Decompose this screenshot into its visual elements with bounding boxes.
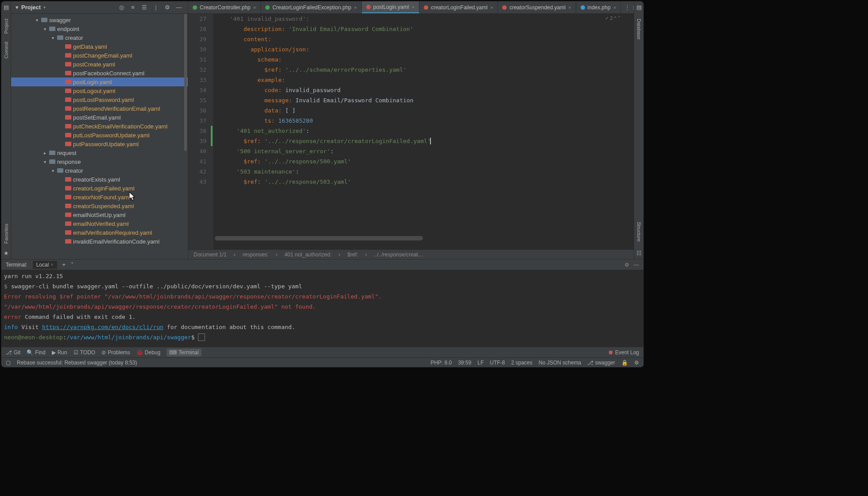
- editor-tab[interactable]: creatorSuspended.yaml×: [498, 1, 576, 13]
- tree-item[interactable]: emailVerificationRequired.yaml: [11, 228, 188, 237]
- bottom-tool-todo[interactable]: ☑TODO: [74, 349, 95, 356]
- tree-item[interactable]: ▾creator: [11, 166, 188, 175]
- bottom-tool-problems[interactable]: ⊘Problems: [101, 349, 130, 356]
- tree-item[interactable]: ▸request: [11, 148, 188, 157]
- editor-h-scrollbar[interactable]: [215, 236, 423, 240]
- close-icon[interactable]: ×: [411, 4, 414, 10]
- status-line-sep[interactable]: LF: [477, 360, 484, 366]
- tree-item[interactable]: putLostPasswordUpdate.yaml: [11, 131, 188, 140]
- bottom-tool-debug[interactable]: 🐞Debug: [136, 349, 160, 356]
- tool-label: Terminal: [178, 349, 198, 356]
- tree-item[interactable]: postChangeEmail.yaml: [11, 51, 188, 60]
- terminal-tab-local[interactable]: Local ×: [33, 261, 57, 269]
- database-tool[interactable]: Database: [636, 19, 642, 39]
- editor-code[interactable]: '401 invalid_password': description: 'In…: [213, 14, 634, 249]
- bottom-tool-run[interactable]: ▶Run: [52, 349, 67, 356]
- status-encoding[interactable]: UTF-8: [490, 360, 505, 366]
- tree-item[interactable]: creatorExists.yaml: [11, 175, 188, 184]
- tree-item[interactable]: creatorSuspended.yaml: [11, 202, 188, 210]
- commit-tool[interactable]: Commit: [4, 42, 9, 58]
- terminal-hide-icon[interactable]: —: [634, 262, 639, 268]
- project-menu[interactable]: ▾: [16, 4, 19, 11]
- tree-item[interactable]: emailNotVerified.yaml: [11, 219, 188, 228]
- terminal-settings-icon[interactable]: ⚙: [624, 262, 629, 268]
- tree-item[interactable]: postCreate.yaml: [11, 60, 188, 69]
- tool-label: Find: [35, 349, 45, 356]
- tab-label: creatorLoginFailed.yaml: [431, 4, 488, 11]
- tree-item[interactable]: postLostPassword.yaml: [11, 95, 188, 104]
- tab-list-icon[interactable]: ⋮: [624, 4, 630, 11]
- status-message: Rebase successful: Rebased swagger (toda…: [17, 360, 137, 366]
- tree-item-label: swagger: [49, 17, 71, 23]
- status-gear-icon[interactable]: ⚙: [634, 360, 639, 366]
- tree-item[interactable]: putPasswordUpdate.yaml: [11, 140, 188, 148]
- tree-item[interactable]: postSetEmail.yaml: [11, 113, 188, 122]
- folder-icon[interactable]: ▤: [4, 4, 9, 11]
- editor-tab[interactable]: creatorLoginFailed.yaml×: [419, 1, 498, 13]
- collapse-all-icon[interactable]: ☰: [140, 4, 149, 11]
- expand-all-icon[interactable]: ≡: [128, 4, 137, 11]
- tree-item[interactable]: ▾response: [11, 157, 188, 166]
- close-icon[interactable]: ×: [568, 5, 571, 10]
- bottom-tool-terminal[interactable]: ⌨Terminal: [167, 349, 201, 356]
- tree-item[interactable]: putCheckEmailVerificationCode.yaml: [11, 122, 188, 131]
- tree-item[interactable]: postLogin.yaml: [11, 78, 188, 86]
- tree-item[interactable]: ▾endpoint: [11, 24, 188, 33]
- tool-label: TODO: [80, 349, 95, 356]
- close-icon[interactable]: ×: [354, 5, 356, 10]
- project-tool[interactable]: Project: [4, 19, 9, 34]
- tree-item[interactable]: ▾creator: [11, 33, 188, 42]
- terminal-output[interactable]: yarn run v1.22.15$ swagger-cli bundle sw…: [1, 270, 643, 347]
- editor-tab[interactable]: postLogin.yaml×: [362, 1, 419, 13]
- inspection-badge[interactable]: ✓ 2 ^ ˅: [605, 16, 620, 21]
- bottom-tool-git[interactable]: ⎇Git: [6, 349, 20, 356]
- tree-item[interactable]: emailNotSetUp.yaml: [11, 210, 188, 219]
- crumb-3[interactable]: $ref:: [348, 252, 358, 258]
- editor-tab[interactable]: CreatorLoginFailedException.php×: [261, 1, 362, 13]
- crumb-2[interactable]: 401 not_authorized:: [284, 252, 331, 258]
- project-tree[interactable]: ▾swagger▾endpoint▾creatorgetData.yamlpos…: [11, 14, 188, 259]
- tree-item-label: endpoint: [57, 26, 79, 32]
- tree-item[interactable]: getData.yaml: [11, 42, 188, 51]
- star-icon[interactable]: ★: [4, 250, 9, 256]
- tree-item[interactable]: creatorNotFound.yaml: [11, 193, 188, 202]
- status-php[interactable]: PHP: 8.0: [430, 360, 452, 366]
- tree-item-label: emailVerificationRequired.yaml: [73, 229, 152, 236]
- editor-tab[interactable]: index.php×: [576, 1, 621, 13]
- close-icon[interactable]: ×: [253, 5, 256, 10]
- crumb-doc[interactable]: Document 1/1: [194, 252, 227, 258]
- terminal-dropdown-icon[interactable]: ˅: [71, 262, 74, 268]
- status-lock-icon[interactable]: 🔒: [621, 360, 628, 366]
- close-icon[interactable]: ×: [490, 5, 493, 10]
- status-caret-pos[interactable]: 39:59: [458, 360, 471, 366]
- tree-item-label: postSetEmail.yaml: [73, 114, 121, 121]
- structure-tool[interactable]: Structure: [636, 222, 642, 242]
- bottom-tool-find[interactable]: 🔍Find: [27, 349, 45, 356]
- tree-item[interactable]: ▾swagger: [11, 16, 188, 24]
- tree-item[interactable]: postFacebookConnect.yaml: [11, 69, 188, 78]
- tree-item[interactable]: postResendVerificationEmail.yaml: [11, 104, 188, 113]
- settings-icon[interactable]: ⚙: [163, 4, 172, 11]
- status-indent[interactable]: 2 spaces: [511, 360, 532, 366]
- tree-scrollbar[interactable]: [184, 14, 187, 151]
- tree-item[interactable]: invalidEmailVerificationCode.yaml: [11, 237, 188, 246]
- crumb-4[interactable]: ../../response/creat…: [374, 252, 423, 258]
- terminal-add-icon[interactable]: +: [62, 262, 66, 268]
- crumb-1[interactable]: responses:: [243, 252, 269, 258]
- favorites-tool[interactable]: Favorites: [4, 224, 9, 244]
- status-icon[interactable]: ▢: [6, 360, 11, 366]
- editor-tab[interactable]: CreatorController.php×: [188, 1, 261, 13]
- minimize-icon[interactable]: —: [174, 4, 183, 11]
- yaml-file-icon: [65, 195, 71, 199]
- structure-icon[interactable]: ☷: [636, 250, 642, 256]
- tree-item[interactable]: postLogout.yaml: [11, 86, 188, 95]
- status-schema[interactable]: No JSON schema: [539, 360, 581, 366]
- event-log-button[interactable]: Event Log: [615, 349, 639, 356]
- db-icon[interactable]: ▤: [636, 4, 642, 11]
- project-tree-header: ▾ Project ▾ ◎ ≡ ☰ | ⚙ —: [11, 1, 188, 14]
- close-icon[interactable]: ×: [613, 5, 616, 10]
- tree-item[interactable]: creatorLoginFailed.yaml: [11, 184, 188, 193]
- status-branch[interactable]: ⎇ swagger: [587, 360, 615, 366]
- tree-item-label: creatorNotFound.yaml: [73, 194, 130, 201]
- target-icon[interactable]: ◎: [117, 4, 126, 11]
